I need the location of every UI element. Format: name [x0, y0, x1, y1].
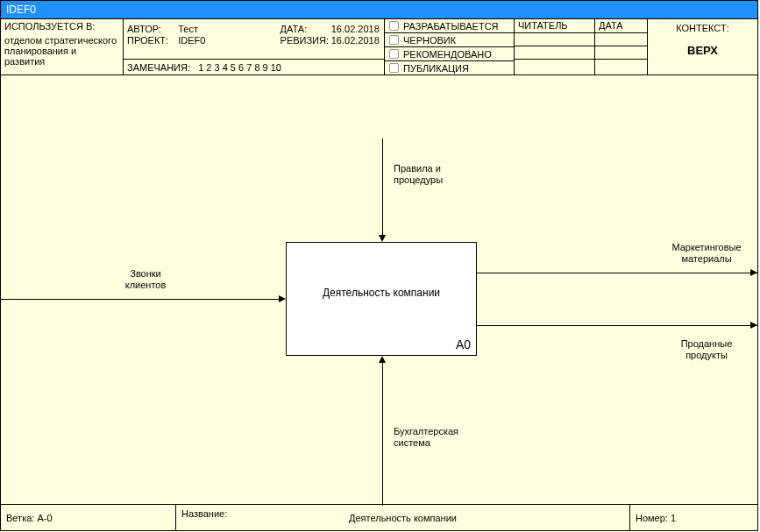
status-draft: ЧЕРНОВИК	[403, 35, 456, 46]
status-cell: РАЗРАБАТЫВАЕТСЯ ЧЕРНОВИК РЕКОМЕНДОВАНО П…	[385, 19, 515, 74]
footer-name: Название: Деятельность компании	[176, 505, 630, 530]
idef0-page: ИСПОЛЬЗУЕТСЯ В: отделом стратегического …	[0, 18, 758, 531]
status-check-rec[interactable]	[389, 49, 399, 59]
reader-cell: ЧИТАТЕЛЬ	[515, 19, 595, 74]
status-recommended: РЕКОМЕНДОВАНО	[403, 49, 492, 60]
output1-head	[750, 269, 757, 276]
project-label: ПРОЕКТ:	[127, 35, 178, 46]
sdate-cell: ДАТА	[595, 19, 648, 74]
output2-label: Проданныепродукты	[658, 338, 755, 361]
output2-line	[477, 325, 757, 326]
mechanism-arrow-head	[379, 356, 386, 363]
footer-number: Номер: 1	[630, 505, 757, 530]
remarks-label: ЗАМЕЧАНИЯ:	[127, 62, 190, 73]
mechanism-label: Бухгалтерскаясистема	[394, 426, 477, 449]
context-label: КОНТЕКСТ:	[651, 23, 754, 33]
window-title: IDEF0	[0, 0, 758, 18]
output2-head	[750, 322, 757, 329]
input-label: Звонкиклиентов	[106, 268, 185, 291]
context-value: ВЕРХ	[651, 44, 754, 57]
context-cell: КОНТЕКСТ: ВЕРХ	[648, 19, 757, 74]
control-label: Правила ипроцедуры	[394, 163, 464, 186]
branch-label: Ветка:	[6, 513, 34, 523]
revision-value: 16.02.2018	[331, 35, 380, 46]
footer: Ветка: A-0 Название: Деятельность компан…	[1, 504, 757, 530]
output1-label: Маркетинговыематериалы	[658, 242, 755, 265]
status-check-pub[interactable]	[389, 63, 399, 73]
status-develop: РАЗРАБАТЫВАЕТСЯ	[403, 21, 499, 32]
remarks: ЗАМЕЧАНИЯ: 1 2 3 4 5 6 7 8 9 10	[124, 59, 384, 74]
author-label: АВТОР:	[127, 24, 178, 34]
date-value: 16.02.2018	[331, 24, 380, 34]
name-value: Деятельность компании	[181, 513, 624, 523]
number-label: Номер:	[636, 513, 668, 523]
revision-label: РЕВИЗИЯ:	[281, 35, 331, 46]
branch-value: A-0	[37, 513, 52, 523]
date-label: ДАТА:	[281, 24, 331, 34]
output1-line	[477, 273, 757, 273]
used-in-cell: ИСПОЛЬЗУЕТСЯ В: отделом стратегического …	[1, 19, 124, 74]
used-in-label: ИСПОЛЬЗУЕТСЯ В:	[4, 21, 119, 32]
input-arrow-head	[279, 295, 286, 302]
meta-cell: АВТОР: Тест ДАТА: 16.02.2018 ПРОЕКТ: IDE…	[124, 19, 385, 74]
name-label: Название:	[181, 508, 227, 519]
project-value: IDEF0	[178, 35, 280, 46]
control-arrow-line	[382, 138, 383, 235]
activity-title: Деятельность компании	[287, 287, 476, 299]
used-in-value: отделом стратегического планирования и р…	[4, 35, 119, 67]
activity-id: A0	[456, 337, 471, 351]
sdate-label: ДАТА	[595, 19, 647, 33]
diagram-area: Звонкиклиентов Правила ипроцедуры Бухгал…	[1, 75, 757, 506]
footer-branch: Ветка: A-0	[1, 505, 176, 530]
author-value: Тест	[178, 24, 280, 34]
status-check-draft[interactable]	[389, 35, 399, 45]
number-value: 1	[671, 513, 676, 523]
status-publication: ПУБЛИКАЦИЯ	[403, 63, 469, 74]
input-arrow-line	[1, 299, 279, 300]
reader-label: ЧИТАТЕЛЬ	[515, 19, 594, 33]
activity-box: Деятельность компании A0	[286, 242, 477, 356]
remarks-nums: 1 2 3 4 5 6 7 8 9 10	[198, 62, 281, 73]
control-arrow-head	[379, 235, 386, 242]
mechanism-arrow-line	[382, 363, 383, 506]
status-check-develop[interactable]	[389, 21, 399, 31]
header: ИСПОЛЬЗУЕТСЯ В: отделом стратегического …	[1, 19, 757, 75]
